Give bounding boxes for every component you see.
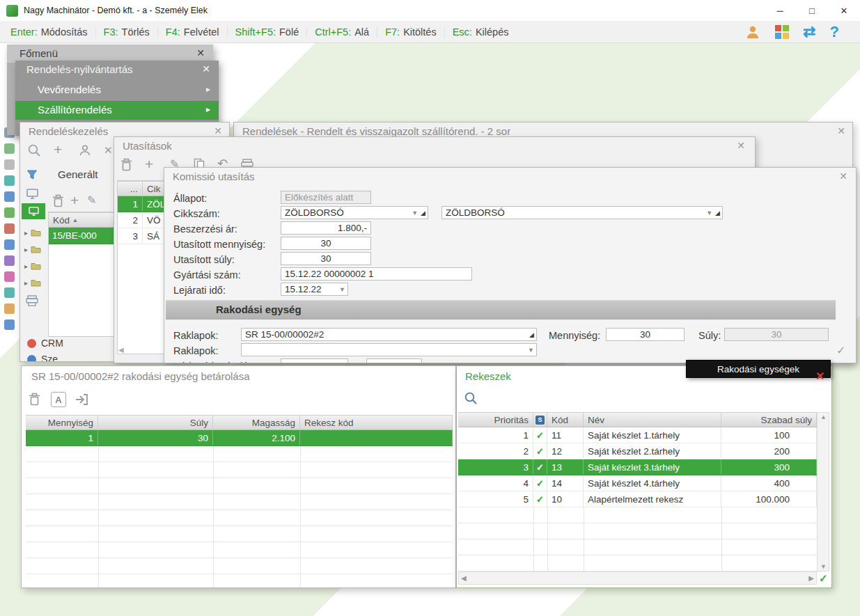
column-mennyiseg[interactable]: Mennyiség: [26, 416, 98, 429]
varhato-betarolas-field[interactable]: [281, 358, 348, 363]
tree-item[interactable]: ▸: [24, 228, 41, 237]
table-row[interactable]: 1 30 2.100: [26, 430, 453, 446]
filter-preset-label[interactable]: Generált: [58, 168, 98, 180]
combo-corner-icon[interactable]: ◢: [715, 210, 720, 216]
sidebar-icon[interactable]: [4, 143, 15, 154]
scroll-left-icon[interactable]: ◀: [118, 346, 124, 354]
close-icon[interactable]: ✕: [737, 140, 745, 151]
scroll-up-icon[interactable]: ▲: [820, 413, 827, 420]
trash-icon[interactable]: [120, 158, 132, 171]
close-icon[interactable]: ✕: [837, 125, 845, 136]
column-kod[interactable]: Kód: [547, 413, 584, 427]
dropdown-icon[interactable]: ▼: [528, 347, 534, 354]
exit-icon[interactable]: [75, 393, 88, 406]
monitor-icon[interactable]: [26, 189, 38, 199]
search-icon[interactable]: [464, 391, 478, 405]
rakodasi-egysegek-button[interactable]: Rakodási egységek: [686, 360, 831, 378]
hotkey-kilepes[interactable]: Esc:Kilépés: [444, 26, 517, 38]
sidebar-icon[interactable]: [4, 159, 15, 170]
close-icon[interactable]: ✕: [196, 47, 205, 58]
mennyiseg-field[interactable]: 30: [606, 328, 685, 341]
grid-header[interactable]: Mennyiség Súly Magasság Rekesz kód: [26, 415, 453, 430]
column-magassag[interactable]: Magasság: [213, 416, 300, 429]
column-nev[interactable]: Név: [584, 413, 721, 427]
column-szabad-suly[interactable]: Szabad súly: [721, 413, 817, 427]
close-icon[interactable]: ✕: [214, 125, 222, 136]
column-prioritas[interactable]: Prioritás: [458, 413, 533, 427]
beszerzesi-ar-field[interactable]: 1.800,-: [281, 221, 371, 235]
printer-icon[interactable]: [26, 295, 38, 306]
add-icon[interactable]: +: [54, 142, 62, 157]
varhato-betarolas-field2[interactable]: [366, 358, 422, 363]
sidebar-icon[interactable]: [4, 175, 15, 186]
help-icon[interactable]: ?: [830, 24, 839, 40]
combo-corner-icon[interactable]: ◢: [529, 331, 534, 338]
sidebar-icon[interactable]: [4, 319, 15, 330]
utasitott-mennyiseg-field[interactable]: 30: [281, 237, 371, 250]
view-tab-selected[interactable]: [22, 203, 45, 219]
dropdown-icon[interactable]: ▼: [706, 210, 712, 216]
raklapok2-combo[interactable]: ▼: [241, 343, 537, 356]
hotkey-kitoltes[interactable]: F7:Kitöltés: [377, 26, 444, 38]
hotkey-felvetel[interactable]: F4:Felvétel: [157, 26, 227, 38]
dropdown-icon[interactable]: ▼: [339, 286, 345, 293]
sidebar-icon[interactable]: [4, 271, 15, 282]
horizontal-scrollbar[interactable]: ◀ ▶: [458, 571, 817, 585]
user-icon[interactable]: [744, 24, 761, 40]
sidebar-icon[interactable]: [4, 255, 15, 266]
accept-icon[interactable]: ✓: [819, 572, 828, 585]
vertical-scrollbar[interactable]: ▲ ▼: [817, 412, 829, 571]
hotkey-fole[interactable]: Shift+F5:Fölé: [227, 26, 307, 38]
sidebar-icon[interactable]: [4, 191, 15, 202]
expand-icon[interactable]: ▸: [24, 229, 28, 237]
hotkey-ala[interactable]: Ctrl+F5:Alá: [306, 26, 377, 38]
person-icon[interactable]: [79, 144, 91, 157]
add-icon[interactable]: +: [70, 193, 79, 207]
utasitott-suly-field[interactable]: 30: [281, 252, 371, 265]
scroll-right-icon[interactable]: ▶: [808, 574, 814, 582]
scroll-left-icon[interactable]: ◀: [461, 574, 467, 582]
trash-icon[interactable]: [29, 393, 40, 406]
dropdown-icon[interactable]: ▼: [412, 210, 418, 216]
column-suly[interactable]: Súly: [98, 416, 213, 429]
expand-icon[interactable]: ▸: [24, 279, 28, 287]
sidebar-icon[interactable]: [4, 239, 15, 250]
table-row[interactable]: 3 ✓ 13 Saját készlet 3.tárhely 300: [458, 459, 817, 475]
column-num[interactable]: ...: [118, 182, 143, 196]
a-box-icon[interactable]: A: [51, 392, 66, 407]
delete-icon[interactable]: ✕: [104, 144, 113, 157]
table-row[interactable]: 5 ✓ 10 Alapértelmezett rekesz 100.000: [458, 491, 817, 507]
expand-icon[interactable]: ▸: [24, 246, 28, 253]
gyartasi-szam-field[interactable]: 15.12.22 00000002 1: [281, 267, 472, 281]
sidebar-icon[interactable]: [4, 207, 15, 218]
column-s[interactable]: S: [533, 413, 547, 427]
search-icon[interactable]: [27, 143, 41, 157]
close-icon[interactable]: ✕: [815, 370, 824, 383]
table-row[interactable]: 4 ✓ 14 Saját készlet 4.tárhely 400: [458, 475, 817, 491]
scroll-down-icon[interactable]: ▼: [820, 563, 827, 570]
table-row[interactable]: 2 ✓ 12 Saját készlet 2.tárhely 200: [458, 443, 817, 459]
add-icon[interactable]: +: [145, 157, 153, 171]
close-icon[interactable]: ✕: [202, 63, 210, 74]
tree-item[interactable]: ▸: [24, 278, 41, 287]
raklapok-combo[interactable]: SR 15-00/00002#2 ◢: [241, 328, 537, 341]
close-icon[interactable]: ✕: [839, 171, 847, 182]
lejarati-ido-combo[interactable]: 15.12.22 ▼: [281, 283, 348, 296]
cikknev-combo[interactable]: ZÖLDBORSÓ ▼ ◢: [441, 206, 723, 219]
edit-icon[interactable]: ✎: [87, 194, 96, 207]
menu-item-szallitorendeles[interactable]: Szállítórendelés ▸: [15, 101, 219, 120]
trash-icon[interactable]: [52, 194, 64, 207]
sidebar-icon[interactable]: [4, 287, 15, 298]
hotkey-torles[interactable]: F3:Törlés: [95, 26, 157, 38]
minimize-button[interactable]: ─: [764, 0, 796, 21]
apps-icon[interactable]: [775, 25, 789, 39]
sidebar-icon[interactable]: [4, 303, 15, 314]
tree-item[interactable]: ▸: [24, 262, 41, 270]
filter-icon[interactable]: [26, 169, 38, 180]
sidebar-icon[interactable]: [4, 223, 15, 234]
menu-item-vevorendeles[interactable]: Vevőrendelés ▸: [15, 81, 219, 100]
transfer-icon[interactable]: ⇄: [803, 24, 815, 40]
column-rekesz-kod[interactable]: Rekesz kód: [300, 416, 453, 429]
grid-header[interactable]: Prioritás S Kód Név Szabad súly: [458, 412, 817, 427]
table-row[interactable]: 1 ✓ 11 Saját készlet 1.tárhely 100: [458, 427, 817, 443]
